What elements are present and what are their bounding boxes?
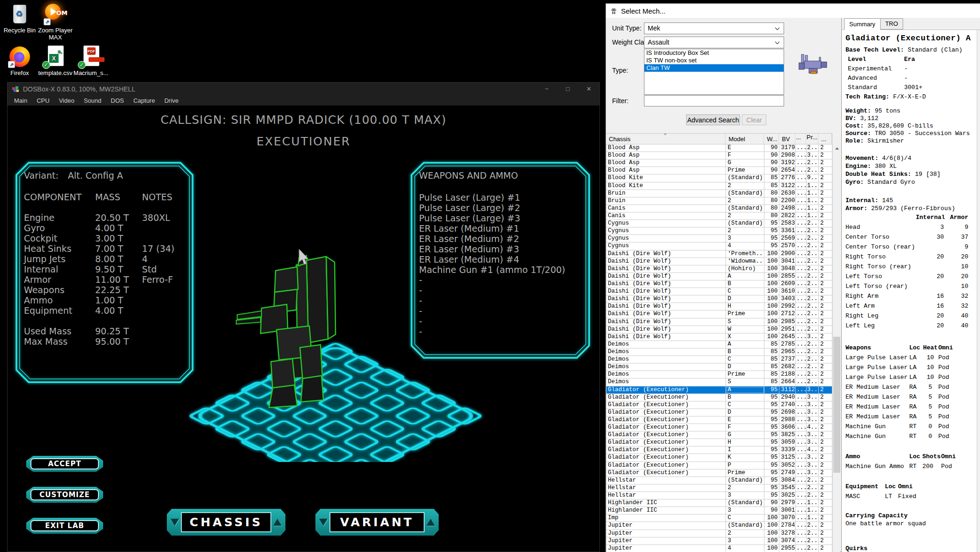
chassis-selector[interactable]: CHASSIS <box>167 509 285 536</box>
advanced-search-button[interactable]: Advanced Search <box>686 114 740 125</box>
close-button[interactable]: ✕ <box>578 83 599 95</box>
scrollbar-thumb[interactable] <box>833 337 840 473</box>
weight-class-dropdown[interactable]: Assault <box>644 37 784 48</box>
mek-row[interactable]: Cygnus (Standard) 95 2583 ... 2... 2 <box>606 220 832 227</box>
mek-row[interactable]: Deimos S 85 2664 ... 2... 2 <box>606 378 832 386</box>
mek-row[interactable]: Gladiator (Executioner) K 95 3125 ... 3.… <box>606 454 832 461</box>
stat-line: BV: 3,112 <box>845 115 980 122</box>
menu-item[interactable]: Sound <box>79 97 106 104</box>
mek-row[interactable]: Daishi (Dire Wolf) W 100 2951 ... 2... 2 <box>606 326 832 333</box>
mek-row[interactable]: Daishi (Dire Wolf) (Hohiro) 100 3048 ...… <box>606 265 832 273</box>
mek-row[interactable]: Gladiator (Executioner) D 95 2698 ... 3.… <box>606 409 832 416</box>
menu-item[interactable]: Drive <box>160 97 183 104</box>
mek-row[interactable]: Deimos C 85 2737 ... 2... 2 <box>606 356 832 363</box>
component-row: Armor11.00 TFerro-F <box>24 274 187 285</box>
exit-lab-button[interactable]: EXIT LAB <box>26 518 103 534</box>
variant-selector[interactable]: VARIANT <box>315 509 439 536</box>
mek-row[interactable]: Daishi (Dire Wolf) X 100 2645 ... 3... 2 <box>606 333 832 341</box>
mek-row[interactable]: Gladiator (Executioner) P 95 3052 ... 3.… <box>606 462 832 469</box>
mek-row[interactable]: Daishi (Dire Wolf) 'Widowma... 100 3041 … <box>606 258 832 265</box>
tab-tro[interactable]: TRO <box>880 18 903 30</box>
mek-row[interactable]: Jupiter 4 100 2955 ... 2... 2 <box>606 545 832 552</box>
menu-item[interactable]: CPU <box>32 97 54 104</box>
mek-row[interactable]: Jupiter 3 100 3074 ... 2... 2 <box>606 537 832 545</box>
mek-row[interactable]: Gladiator (Executioner) Prime 95 2749 ..… <box>606 469 832 477</box>
mek-row[interactable]: Gladiator (Executioner) F 95 3606 ... 4.… <box>606 424 832 431</box>
mek-row[interactable]: Gladiator (Executioner) H 95 3059 ... 3.… <box>606 439 832 446</box>
mek-row[interactable]: Daishi (Dire Wolf) C 100 3610 ... 2... 2 <box>606 288 832 295</box>
minimize-button[interactable]: − <box>536 83 557 95</box>
mek-row[interactable]: Daishi (Dire Wolf) H 100 2992 ... 2... 2 <box>606 303 832 310</box>
mek-row[interactable]: Daishi (Dire Wolf) 'Prometh... 100 2900 … <box>606 250 832 258</box>
mek-row[interactable]: Daishi (Dire Wolf) B 100 2609 ... 2... 2 <box>606 280 832 288</box>
customize-button[interactable]: CUSTOMIZE <box>26 487 103 503</box>
type-listbox[interactable]: IS Introductory Box SetIS TW non-box set… <box>644 49 784 95</box>
menu-item[interactable]: Capture <box>128 97 159 104</box>
filter-input[interactable] <box>644 95 784 106</box>
mek-row[interactable]: Blood Asp Prime 90 2654 ... 2... 2 <box>606 167 832 174</box>
menu-item[interactable]: DOS <box>106 97 128 104</box>
type-option[interactable]: IS Introductory Box Set <box>644 49 784 57</box>
desktop-icon-recycle-bin[interactable]: Recycle Bin <box>1 3 38 34</box>
mek-row[interactable]: Deimos Prime 85 2188 ... 2... 2 <box>606 371 832 378</box>
mek-row[interactable]: Gladiator (Executioner) A 95 3112 ... 3.… <box>606 386 832 394</box>
dosbox-titlebar[interactable]: DOSBox-X 0.83.0, 100%, MW2SHELL − □ ✕ <box>7 83 599 95</box>
desktop-icon-firefox[interactable]: Firefox <box>1 45 38 76</box>
mek-row[interactable]: Gladiator (Executioner) B 95 2940 ... 3.… <box>606 394 832 401</box>
mek-row[interactable]: Canis 2 80 2822 ... 1... 2 <box>606 212 832 220</box>
chassis-next-icon[interactable] <box>273 519 282 526</box>
mek-row[interactable]: Deimos B 85 2965 ... 2... 2 <box>606 348 832 356</box>
table-scrollbar[interactable] <box>832 144 840 552</box>
mek-row[interactable]: Cygnus 3 95 2569 ... 2... 2 <box>606 235 832 242</box>
mek-row[interactable]: Bruin 2 80 2200 ... 1... 2 <box>606 197 832 205</box>
mek-row[interactable]: Blood Asp E 90 3179 ... 2... 2 <box>606 144 832 152</box>
mek-row[interactable]: Canis (Standard) 80 2498 ... 1... 2 <box>606 205 832 212</box>
select-mech-titlebar[interactable]: Select Mech... <box>606 4 980 18</box>
mek-row[interactable]: Hellstar 2 95 3545 ... 2... 2 <box>606 484 832 492</box>
tab-summary[interactable]: Summary <box>844 18 881 30</box>
accept-button[interactable]: ACCEPT <box>26 456 103 472</box>
desktop-icon-template-csv[interactable]: a, X template.csv <box>37 45 74 76</box>
mek-row[interactable]: Cygnus 4 95 2570 ... 2... 2 <box>606 242 832 250</box>
clear-button[interactable]: Clear <box>742 114 766 125</box>
mek-row[interactable]: Gladiator (Executioner) G 95 3825 ... 3.… <box>606 431 832 439</box>
variant-next-icon[interactable] <box>426 519 435 526</box>
desktop-icon-macrium[interactable]: Macrium_s... <box>72 45 110 76</box>
component-row: Weapons22.25 T <box>24 285 187 295</box>
type-option[interactable]: Clan TW <box>644 64 784 72</box>
mek-row[interactable]: Highlander IIC (Standard) 90 2979 ... 1.… <box>606 499 832 507</box>
mek-table-header[interactable]: ^ Chassis Model W... BV ... Pr... ... <box>606 133 832 144</box>
mek-row[interactable]: Gladiator (Executioner) E 95 2988 ... 3.… <box>606 416 832 424</box>
mek-row[interactable]: Blood Asp G 90 3192 ... 2... 2 <box>606 159 832 167</box>
mek-row[interactable]: Hellstar 3 95 3025 ... 2... 2 <box>606 492 832 499</box>
mek-row[interactable]: Daishi (Dire Wolf) D 100 3403 ... 2... 2 <box>606 295 832 303</box>
mek-row[interactable]: Deimos A 85 2785 ... 2... 2 <box>606 341 832 348</box>
mek-row[interactable]: Daishi (Dire Wolf) S 100 2985 ... 2... 2 <box>606 318 832 326</box>
summary-scrollbar[interactable] <box>977 30 980 552</box>
variant-prev-icon[interactable] <box>319 519 328 526</box>
unit-type-dropdown[interactable]: Mek <box>644 23 784 34</box>
mek-row[interactable]: Jupiter (Standard) 100 2784 ... 2... 2 <box>606 522 832 529</box>
mek-row[interactable]: Bruin (Standard) 80 2630 ... 1... 2 <box>606 190 832 197</box>
mek-row[interactable]: Gladiator (Executioner) I 95 3339 ... 4.… <box>606 446 832 454</box>
scroll-up-icon[interactable] <box>833 144 841 152</box>
maximize-button[interactable]: □ <box>557 83 578 95</box>
mek-row[interactable]: Blood Asp F 90 2908 ... 3... 2 <box>606 152 832 159</box>
mek-row[interactable]: Highlander IIC 3 90 3001 ... 1... 2 <box>606 507 832 514</box>
menu-item[interactable]: Video <box>54 97 79 104</box>
mek-row[interactable]: Deimos D 85 2682 ... 2... 2 <box>606 363 832 371</box>
menu-item[interactable]: Main <box>9 97 32 104</box>
mek-row[interactable]: Imp C 100 3070 ... 1... 2 <box>606 514 832 522</box>
mek-row[interactable]: Daishi (Dire Wolf) Prime 100 2712 ... 2.… <box>606 310 832 318</box>
mek-row[interactable]: Gladiator (Executioner) C 95 2740 ... 3.… <box>606 401 832 409</box>
mek-row[interactable]: Jupiter 2 100 3278 ... 2... 2 <box>606 530 832 537</box>
mek-row[interactable]: Hellstar (Standard) 95 3084 ... 2... 2 <box>606 477 832 484</box>
mek-row[interactable]: Cygnus 2 95 3361 ... 2... 2 <box>606 227 832 235</box>
desktop-icon-zoom-player[interactable]: OM Zoom Player MAX <box>37 3 74 41</box>
mek-row[interactable]: Blood Kite (Standard) 85 2776 ... 9... 2 <box>606 174 832 182</box>
type-option[interactable]: IS TW non-box set <box>644 57 784 64</box>
mek-row[interactable]: Blood Kite 2 85 3122 ... 1... 2 <box>606 182 832 190</box>
mek-row[interactable]: Daishi (Dire Wolf) A 100 2855 ... 2... 2 <box>606 273 832 280</box>
component-row: Cockpit3.00 T <box>24 233 187 243</box>
chassis-prev-icon[interactable] <box>171 519 179 526</box>
